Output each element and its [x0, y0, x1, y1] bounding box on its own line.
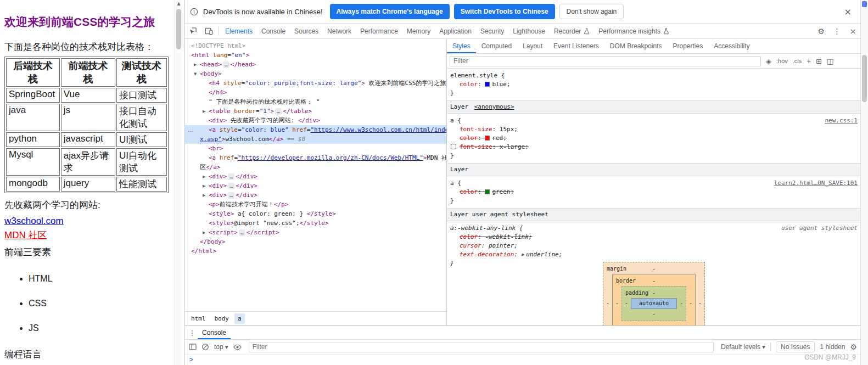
- window-scrollbar[interactable]: [860, 0, 868, 365]
- css-property[interactable]: cursor: pointer;: [450, 242, 859, 250]
- element-classes-button[interactable]: .cls: [793, 58, 802, 64]
- border-left-value[interactable]: -: [615, 299, 619, 308]
- console-settings-gear-icon[interactable]: ⚙: [850, 342, 857, 351]
- grid-overlay-icon[interactable]: ⊞: [816, 57, 822, 65]
- dont-show-again-button[interactable]: Don't show again: [559, 4, 624, 19]
- inspect-element-icon[interactable]: [185, 24, 201, 38]
- tree-node[interactable]: …<a style="color: blue" href="https://ww…: [185, 125, 446, 134]
- border-top-value[interactable]: -: [652, 277, 656, 285]
- tab-lighthouse[interactable]: Lighthouse: [508, 24, 550, 38]
- border-right-value[interactable]: -: [689, 299, 692, 308]
- css-property[interactable]: font-size: x-large;: [450, 143, 859, 151]
- page-scrollbar[interactable]: ▲: [175, 0, 182, 365]
- css-selector[interactable]: a:-webkit-any-link: [450, 224, 516, 232]
- computed-sidebar-toggle-icon[interactable]: ◫: [827, 57, 833, 65]
- tree-node[interactable]: x.asp">w3school.com</a> == $0: [185, 134, 446, 144]
- mdn-link[interactable]: MDN 社区: [4, 229, 47, 242]
- live-expression-eye-icon[interactable]: [233, 344, 242, 350]
- sidebar-tab-computed[interactable]: Computed: [476, 39, 517, 53]
- css-property[interactable]: color: blue;: [450, 80, 859, 89]
- tree-node[interactable]: <br>: [185, 144, 446, 153]
- margin-right-value[interactable]: -: [698, 299, 702, 308]
- tab-memory[interactable]: Memory: [402, 24, 435, 38]
- ellipsis-expand-icon[interactable]: …: [239, 229, 245, 236]
- hidden-messages-count[interactable]: 1 hidden: [820, 343, 845, 351]
- console-sidebar-toggle-icon[interactable]: [189, 344, 197, 350]
- sidebar-tab-accessibility[interactable]: Accessibility: [708, 39, 755, 53]
- tree-node[interactable]: ▶<div>…</div>: [185, 181, 446, 190]
- box-model-content[interactable]: auto×auto: [631, 298, 677, 309]
- tree-node[interactable]: <p>前端技术学习开端！</p>: [185, 200, 446, 209]
- expand-arrow-icon[interactable]: ▶: [203, 107, 209, 116]
- tree-node[interactable]: ▶<table border="1">…</table>: [185, 106, 446, 116]
- notice-primary-button[interactable]: Switch DevTools to Chinese: [454, 4, 555, 19]
- tree-node[interactable]: ▶<div>…</div>: [185, 172, 446, 181]
- color-swatch[interactable]: [485, 189, 490, 194]
- expand-arrow-icon[interactable]: ▶: [194, 60, 200, 70]
- expand-arrow-icon[interactable]: ▶: [203, 182, 209, 191]
- node-options-icon[interactable]: …: [188, 125, 194, 134]
- stylesheet-source-link[interactable]: user agent stylesheet: [781, 224, 858, 233]
- new-style-rule-button[interactable]: +: [807, 57, 811, 65]
- styles-filter-input[interactable]: [450, 56, 761, 66]
- padding-right-value[interactable]: -: [680, 299, 683, 308]
- tree-node[interactable]: <h4 style="color: purple;font-size: larg…: [185, 78, 446, 88]
- ellipsis-expand-icon[interactable]: …: [228, 192, 234, 199]
- css-selector[interactable]: a: [450, 179, 454, 187]
- close-devtools-icon[interactable]: ×: [845, 24, 861, 38]
- padding-left-value[interactable]: -: [625, 299, 628, 308]
- close-notice-icon[interactable]: ×: [840, 7, 856, 17]
- padding-bottom-value[interactable]: -: [652, 310, 656, 318]
- color-swatch[interactable]: [485, 82, 490, 87]
- layer-link[interactable]: <anonymous>: [474, 103, 514, 110]
- tab-security[interactable]: Security: [476, 24, 508, 38]
- ellipsis-expand-icon[interactable]: …: [228, 183, 234, 189]
- attribute-link[interactable]: "https://developer.mozilla.org/zh-CN/doc…: [238, 154, 423, 161]
- notice-primary-button[interactable]: Always match Chrome's language: [330, 4, 450, 19]
- breadcrumb-item-body[interactable]: body: [211, 313, 233, 324]
- drawer-tab-console[interactable]: Console: [198, 326, 231, 339]
- scrollbar-thumb[interactable]: [862, 55, 867, 102]
- toggle-pseudo-state-button[interactable]: :hov: [776, 58, 788, 64]
- scrollbar-thumb[interactable]: [176, 9, 181, 49]
- log-levels-dropdown[interactable]: Default levels ▾: [721, 343, 765, 351]
- console-prompt[interactable]: >: [185, 355, 861, 365]
- tree-node[interactable]: <a href="https://developer.mozilla.org/z…: [185, 153, 446, 162]
- scroll-up-icon[interactable]: ▲: [175, 0, 182, 8]
- expand-arrow-icon[interactable]: ▶: [203, 228, 209, 238]
- margin-left-value[interactable]: -: [606, 299, 609, 308]
- attribute-link[interactable]: "https://www.w3school.com.cn/html/inde: [310, 126, 446, 133]
- more-options-icon[interactable]: ⋮: [829, 24, 845, 38]
- box-model[interactable]: margin - - - - border - - - -: [603, 262, 705, 325]
- css-property[interactable]: font-size: 15px;: [450, 125, 859, 134]
- stylesheet-source-link[interactable]: new.css:1: [825, 116, 858, 125]
- ellipsis-expand-icon[interactable]: …: [228, 173, 234, 180]
- tab-recorder[interactable]: Recorder: [550, 24, 594, 38]
- sidebar-tab-dom-breakpoints[interactable]: DOM Breakpoints: [604, 39, 668, 53]
- tab-network[interactable]: Network: [323, 24, 356, 38]
- execution-context-selector[interactable]: top ▾: [214, 343, 228, 351]
- box-model-padding[interactable]: padding - - - - auto×auto: [621, 286, 686, 321]
- sidebar-tab-event-listeners[interactable]: Event Listeners: [548, 39, 604, 53]
- tab-performance[interactable]: Performance: [356, 24, 402, 38]
- css-layers-icon[interactable]: ◈: [766, 57, 771, 65]
- console-filter-input[interactable]: [249, 342, 714, 352]
- expand-arrow-icon[interactable]: ▶: [203, 172, 209, 182]
- clear-console-icon[interactable]: [201, 343, 209, 351]
- settings-gear-icon[interactable]: ⚙: [813, 24, 829, 38]
- tree-node[interactable]: </html>: [185, 246, 446, 256]
- sidebar-tab-styles[interactable]: Styles: [447, 39, 476, 53]
- breadcrumb-item-a[interactable]: a: [234, 313, 245, 324]
- drawer-menu-icon[interactable]: ⋮: [187, 326, 198, 339]
- issues-counter-button[interactable]: No Issues: [776, 341, 815, 352]
- color-swatch[interactable]: [485, 136, 490, 141]
- device-toolbar-icon[interactable]: [201, 24, 217, 38]
- sidebar-tab-properties[interactable]: Properties: [668, 39, 709, 53]
- tree-node[interactable]: <style>@import "new.css";</style>: [185, 218, 446, 228]
- tree-node[interactable]: ▶<script>…</script>: [185, 228, 446, 237]
- box-model-margin[interactable]: margin - - - - border - - - -: [603, 262, 705, 325]
- expand-longhand-icon[interactable]: ▸: [522, 251, 525, 258]
- tree-node[interactable]: <!DOCTYPE html>: [185, 41, 446, 50]
- tree-node[interactable]: 区</a>: [185, 162, 446, 172]
- attribute-link[interactable]: x.asp": [200, 136, 222, 143]
